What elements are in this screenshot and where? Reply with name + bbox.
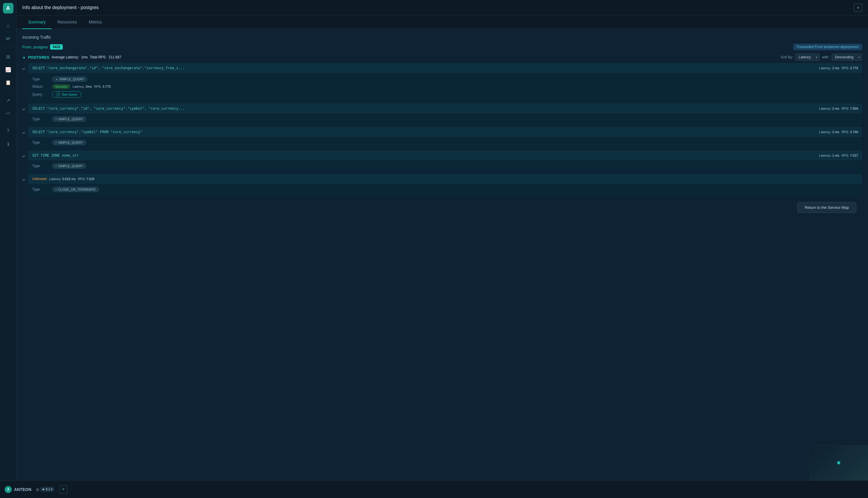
query-text-3: SELECT "core_currency"."symbol" FROM "co…: [32, 130, 817, 134]
status-rps-1: RPS: 3.779: [94, 85, 110, 88]
query-type-row-5: Type ▾ CLOSE_OR_TERMINATE: [28, 184, 862, 197]
query-row-1[interactable]: SELECT "core_exchangerate"."id", "core_e…: [28, 63, 862, 73]
add-button[interactable]: +: [59, 485, 67, 494]
type-badge-5: ▾ CLOSE_OR_TERMINATE: [52, 187, 99, 192]
brand-name: ANTEON: [14, 487, 31, 492]
sidebar-item-help[interactable]: ?: [3, 126, 13, 136]
sidebar-item-api[interactable]: AP: [3, 34, 13, 44]
query-type-row-2: Type ▾ SIMPLE_QUERY: [28, 114, 862, 127]
query-item-5: Unknown Latency: 0.015 ms RPS: 7.526 Typ…: [28, 174, 862, 197]
sort-select[interactable]: Latency RPS: [795, 54, 820, 61]
query-row-2[interactable]: SELECT "core_currency"."id", "core_curre…: [28, 104, 862, 114]
anteon-logo-icon: A: [5, 486, 12, 493]
query-header-5: Unknown Latency: 0.015 ms RPS: 7.526: [32, 177, 858, 181]
type-row-5: Type ▾ CLOSE_OR_TERMINATE: [32, 187, 858, 192]
minimap: [809, 445, 868, 481]
expand-button[interactable]: ▲: [22, 55, 26, 59]
tabs-bar: Summary Resources Metrics: [16, 15, 868, 29]
list-item: ↵ SELECT "core_currency"."id", "core_cur…: [22, 104, 862, 127]
query-header-1: SELECT "core_exchangerate"."id", "core_e…: [32, 66, 858, 70]
from-badge: 5432: [50, 44, 63, 50]
anteon-logo-char: A: [7, 488, 9, 491]
type-label-1: Type: [32, 77, 50, 81]
sidebar-item-layers[interactable]: ⊞: [3, 51, 13, 62]
query-rps-5: RPS: 7.526: [78, 177, 94, 181]
total-rps-label: Total RPS:: [90, 55, 106, 59]
see-query-button[interactable]: ℹ See Query: [52, 91, 81, 98]
type-arrow-4: ▾: [55, 165, 57, 168]
query-detail-1: Type ▲ SIMPLE_QUERY Status: Success Late…: [28, 74, 862, 103]
with-label: with:: [822, 55, 829, 59]
query-rps-2: RPS: 7.559: [842, 107, 858, 110]
forwarded-label: Forwarded From testserver-deployment: [793, 44, 862, 50]
query-header-3: SELECT "core_currency"."symbol" FROM "co…: [32, 130, 858, 134]
query-latency-5: Latency: 0.015 ms: [49, 177, 76, 181]
order-select-wrapper: Descending Ascending: [832, 54, 862, 61]
query-type-row-4: Type ▾ SIMPLE_QUERY: [28, 161, 862, 173]
avg-latency-val: 1ms: [81, 55, 88, 59]
from-left: From: postgres 5432: [22, 44, 63, 50]
query-row-3[interactable]: SELECT "core_currency"."symbol" FROM "co…: [28, 127, 862, 137]
type-badge-2: ▾ SIMPLE_QUERY: [52, 116, 86, 122]
query-latency-1: Latency: 2 ms: [819, 66, 839, 70]
content-area: Incoming Traffic From: postgres 5432 For…: [16, 29, 868, 223]
from-label: From: postgres: [22, 45, 48, 49]
query-list: ↵ SELECT "core_exchangerate"."id", "core…: [22, 63, 862, 197]
sidebar-divider-3: [4, 122, 13, 122]
query-rps-4: RPS: 7.527: [842, 154, 858, 157]
avg-latency-label: Average Latency:: [52, 55, 79, 59]
github-badge[interactable]: ◎ ★ 8.2 k: [36, 487, 55, 492]
indent-arrow-1: ↵: [22, 63, 28, 71]
indent-arrow-2: ↵: [22, 104, 28, 112]
sidebar-item-link[interactable]: ↗: [3, 95, 13, 106]
main-panel: Info about the deployment - postgres × S…: [16, 0, 868, 481]
sort-controls: Sort By: Latency RPS with: Descending As…: [781, 54, 862, 61]
sidebar-item-book[interactable]: 📋: [3, 77, 13, 88]
section-title: Incoming Traffic: [22, 35, 862, 40]
sidebar-item-info[interactable]: ℹ: [3, 139, 13, 149]
minimap-dot: [838, 462, 840, 464]
query-label-1: Query:: [32, 92, 50, 96]
sidebar-item-home[interactable]: ⌂: [3, 21, 13, 31]
list-item: ↵ Unknown Latency: 0.015 ms RPS: 7.526 T…: [22, 174, 862, 197]
see-query-label: See Query: [62, 93, 77, 96]
tab-resources[interactable]: Resources: [52, 15, 83, 29]
sidebar-item-code[interactable]: </>: [3, 108, 13, 118]
see-query-icon: ℹ: [56, 92, 60, 96]
sidebar-logo[interactable]: A: [3, 3, 13, 13]
sort-by-label: Sort By:: [781, 55, 793, 59]
type-row-4: Type ▾ SIMPLE_QUERY: [32, 163, 858, 169]
type-arrow-3: ▾: [55, 141, 57, 144]
type-label-5: Type: [32, 187, 50, 192]
close-button[interactable]: ×: [854, 3, 862, 12]
bottom-logo: A ANTEON: [5, 486, 31, 493]
type-badge-4: ▾ SIMPLE_QUERY: [52, 163, 86, 169]
bottom-bar: A ANTEON ◎ ★ 8.2 k +: [0, 481, 868, 498]
query-header-2: SELECT "core_currency"."id", "core_curre…: [32, 106, 858, 110]
status-label-1: Status:: [32, 84, 50, 89]
list-item: ↵ SELECT "core_exchangerate"."id", "core…: [22, 63, 862, 103]
query-row-4[interactable]: SET TIME ZONE some_str Latency: 1 ms RPS…: [28, 150, 862, 160]
type-label-2: Type: [32, 117, 50, 121]
tab-metrics[interactable]: Metrics: [83, 15, 108, 29]
sidebar-item-chart[interactable]: 📈: [3, 64, 13, 75]
star-count: ★ 8.2 k: [40, 487, 55, 492]
order-select[interactable]: Descending Ascending: [832, 54, 862, 61]
return-button[interactable]: Return to the Service Map: [797, 202, 856, 213]
query-latency-3: Latency: 2 ms: [819, 130, 839, 134]
sidebar: A ⌂ AP ⊞ 📈 📋 ↗ </> ? ℹ: [0, 0, 16, 498]
query-latency-4: Latency: 1 ms: [819, 154, 839, 157]
type-row-1: Type ▲ SIMPLE_QUERY: [32, 77, 858, 82]
status-latency-1: Latency: 2ms: [73, 85, 92, 88]
query-row-5[interactable]: Unknown Latency: 0.015 ms RPS: 7.526: [28, 174, 862, 184]
tab-summary[interactable]: Summary: [22, 15, 52, 29]
type-arrow-1: ▲: [55, 78, 58, 81]
type-row-3: Type ▾ SIMPLE_QUERY: [32, 140, 858, 145]
postgres-label: POSTGRES: [28, 55, 49, 60]
query-row-detail-1: Query: ℹ See Query: [32, 91, 858, 98]
panel-title: Info about the deployment - postgres: [22, 5, 99, 10]
query-header-4: SET TIME ZONE some_str Latency: 1 ms RPS…: [32, 153, 858, 157]
list-item: ↵ SELECT "core_currency"."symbol" FROM "…: [22, 127, 862, 150]
postgres-stats: Average Latency: 1ms Total RPS: 211.687: [52, 55, 121, 59]
github-icon: ◎: [36, 487, 39, 492]
